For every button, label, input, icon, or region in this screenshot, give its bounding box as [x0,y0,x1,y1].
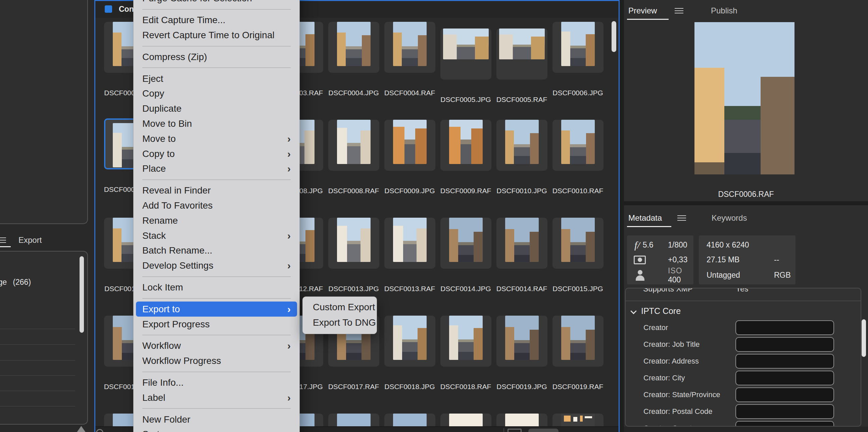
thumbnail-cell[interactable]: DSCF0018.RAF [438,312,494,410]
aperture-value: 5.6 [643,240,653,250]
tab-preview[interactable]: Preview [628,6,657,15]
context-menu-item[interactable]: Edit Capture Time... › [133,13,300,28]
thumbnail-cell[interactable]: DSCF0013.RAF [382,214,438,312]
iptc-field-input[interactable] [736,337,834,352]
context-menu-item[interactable]: Copy to › [133,146,300,161]
context-menu-item[interactable]: › [142,273,291,280]
thumbnail-cell[interactable]: DSCF0009.RAF [438,117,494,214]
thumbnail-filename: DSCF0015.JPG [550,285,606,293]
context-menu-item[interactable]: Reveal in Finder › [133,183,300,198]
iptc-field-input[interactable] [736,371,834,386]
divider[interactable] [624,201,868,205]
filter-panel-menu-icon[interactable] [0,237,6,243]
tab-keywords[interactable]: Keywords [712,213,747,223]
context-menu-item[interactable]: › [142,369,291,375]
thumbnail-box [553,218,603,269]
thumbnail-box [384,218,435,269]
iso-value: ISO 400 [668,266,693,285]
left-sidebar: Export age (266) ) [0,0,94,432]
export-to-submenu: Custom ExportExport To DNG [303,297,377,334]
filter-item[interactable]: age (266) [0,278,31,287]
context-menu-item[interactable]: › [142,64,291,71]
thumbnail-cell[interactable]: DSCF0010.RAF [550,117,606,214]
context-menu-item[interactable]: › [142,43,291,49]
grid-view-icon[interactable] [507,429,522,432]
submenu-item[interactable]: Custom Export [303,300,377,315]
thumbnail-size-slider[interactable] [528,429,559,432]
thumbnail-filename: DSCF0004.RAF [382,89,438,97]
thumbnail-cell[interactable]: DSCF0014.RAF [494,214,550,312]
preview-panel-menu-icon[interactable] [675,8,683,13]
context-menu-item[interactable]: Stack › [133,228,300,243]
context-menu-item[interactable]: Lock Item › [133,280,300,295]
thumbnail-cell[interactable]: DSCF0015.JPG [550,214,606,312]
context-menu-item[interactable]: Copy › [133,86,300,101]
context-menu-item[interactable]: Batch Rename... › [133,243,300,258]
thumbnail-cell[interactable]: DSCF0009.JPG [382,117,438,214]
context-menu-item[interactable]: › [142,405,291,412]
filter-scrollbar[interactable] [80,256,84,333]
iptc-field-input[interactable] [736,388,834,402]
thumbnail-box [384,22,435,73]
context-menu-item[interactable]: Rename › [133,213,300,228]
menu-item-label: Purge Cache for Selection [142,0,291,4]
context-menu-item[interactable]: Workflow Progress › [133,354,300,369]
tab-publish[interactable]: Publish [711,6,738,15]
thumbnail-cell[interactable]: DSCF0014.JPG [438,214,494,312]
thumbnail-cell[interactable]: DSCF0008.RAF [326,117,382,214]
context-menu-item[interactable]: Duplicate › [133,101,300,117]
context-menu-item[interactable]: Eject › [133,71,300,86]
context-menu-item[interactable]: Revert Capture Time to Original › [133,28,300,43]
tab-export[interactable]: Export [19,235,42,245]
context-menu-item[interactable]: Move to › [133,131,300,146]
context-menu-item[interactable]: › [142,6,291,13]
thumbnail-cell[interactable]: DSCF0019.RAF [550,312,606,410]
panel-divider[interactable] [620,0,624,432]
context-menu-item[interactable]: Develop Settings › [133,258,300,273]
iptc-field-input[interactable] [736,404,834,419]
photo-thumbnail [393,218,427,262]
iptc-field-input[interactable] [736,320,834,335]
context-menu-item[interactable]: Purge Cache for Selection › [133,0,300,6]
iptc-field-row: Creator: Job Title [626,336,861,353]
context-menu-item[interactable]: New Folder › [133,412,300,427]
thumbnail-cell[interactable]: DSCF0010.JPG [494,117,550,214]
context-menu-item[interactable]: Label › [133,390,300,405]
context-menu-item[interactable]: Move to Bin › [133,117,300,131]
status-circle-icon[interactable] [96,429,103,432]
thumbnail-cell[interactable]: DSCF0019.JPG [494,312,550,410]
tab-metadata[interactable]: Metadata [628,213,662,223]
thumbnail-cell[interactable]: DSCF0006.JPG [550,19,606,117]
context-menu-item[interactable]: › [142,295,291,302]
context-menu-item[interactable]: Place › [133,161,300,176]
content-scrollbar[interactable] [612,21,616,52]
thumbnail-cell[interactable]: DSCF0005.JPG [438,19,494,117]
context-menu-item[interactable]: › [142,176,291,183]
thumbnail-box [328,22,379,73]
iptc-field-row: Creator: State/Province [626,387,861,403]
photo-thumbnail [561,218,595,262]
context-menu-item[interactable]: File Info... › [133,375,300,390]
metadata-scrollbar[interactable] [862,319,866,357]
thumbnail-cell[interactable]: DSCF0004.RAF [382,19,438,117]
context-menu-item[interactable]: Sort › [133,427,300,432]
iptc-core-header[interactable]: IPTC Core [626,303,861,319]
context-menu-item[interactable]: Export to › [136,302,297,317]
context-menu-item[interactable]: Export Progress › [133,317,300,332]
context-menu-item[interactable]: Add To Favorites › [133,198,300,213]
metadata-panel-menu-icon[interactable] [677,215,686,221]
context-menu-item[interactable]: Compress (Zip) › [133,49,300,64]
preview-image[interactable] [694,22,795,174]
submenu-item[interactable]: Export To DNG [303,315,377,330]
context-menu-item[interactable]: Workflow › [133,338,300,354]
thumbnail-cell[interactable]: DSCF0018.JPG [382,312,438,410]
iptc-field-input[interactable] [736,421,834,427]
iptc-field-input[interactable] [736,354,834,369]
context-menu: Purge Cache for Selection › › Edit Captu… [133,0,300,432]
context-menu-item[interactable]: › [142,332,291,338]
thumbnail-cell[interactable]: DSCF0005.RAF [494,19,550,117]
divider [503,428,504,432]
menu-item-label: Lock Item [142,282,291,293]
clipped-metadata-row: Supports XMP Yes [626,289,861,293]
thumbnail-cell[interactable]: DSCF0004.JPG [326,19,382,117]
